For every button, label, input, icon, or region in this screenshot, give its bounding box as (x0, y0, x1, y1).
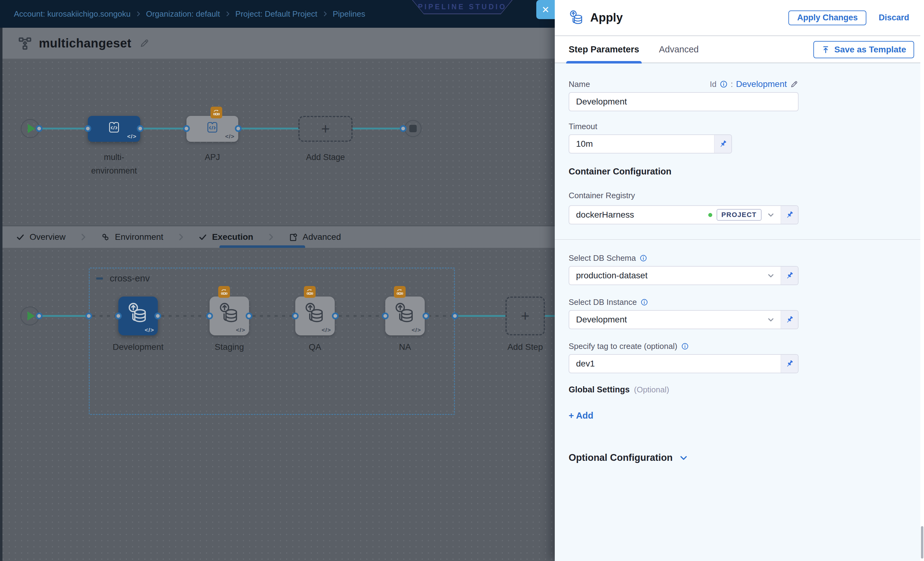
step-node-staging[interactable]: </> (210, 297, 249, 335)
breadcrumb-organization[interactable]: Organization: default (146, 9, 220, 19)
name-label: Name (568, 80, 590, 89)
step-node-na[interactable]: </> (385, 297, 425, 335)
breadcrumb-project[interactable]: Project: Default Project (236, 9, 318, 19)
edge (238, 128, 300, 129)
edge (352, 128, 405, 129)
runtime-pin-icon[interactable] (781, 267, 798, 285)
chevron-down-icon[interactable] (766, 315, 775, 324)
stage-node-multi-environment[interactable]: </> (88, 116, 140, 142)
plus-icon: + (321, 122, 330, 136)
edge-port (206, 312, 213, 320)
code-glyph: </> (145, 327, 154, 333)
add-stage-button[interactable]: + (298, 116, 352, 142)
step-node-development[interactable]: </> (118, 297, 158, 335)
execution-canvas[interactable]: cross-env </> (0, 248, 555, 561)
save-as-template-button[interactable]: Save as Template (813, 41, 914, 58)
tab-advanced[interactable]: Advanced (288, 232, 341, 242)
tab-advanced[interactable]: Advanced (659, 36, 699, 63)
edge-port (423, 312, 429, 320)
stop-icon (409, 125, 417, 132)
timeout-label: Timeout (568, 122, 924, 131)
edge-port (36, 125, 42, 132)
apply-db-icon (295, 297, 335, 330)
edge (40, 128, 89, 129)
breadcrumb-account[interactable]: Account: kurosakiichigo.songoku (14, 9, 130, 19)
edge (40, 315, 89, 317)
tab-step-parameters[interactable]: Step Parameters (568, 36, 639, 63)
close-drawer-button[interactable]: ✕ (536, 0, 555, 19)
chevron-down-icon[interactable] (766, 271, 775, 280)
id-value-link[interactable]: Development (736, 79, 787, 89)
info-icon[interactable] (681, 342, 689, 350)
info-icon[interactable] (639, 254, 647, 262)
edit-pipeline-name-icon[interactable] (139, 38, 150, 48)
edge-dotted (161, 315, 210, 317)
step-node-qa[interactable]: </> (295, 297, 335, 335)
runtime-pin-icon[interactable] (714, 135, 731, 153)
edge-port (115, 312, 122, 320)
tab-overview[interactable]: Overview (16, 232, 66, 242)
edge-dotted (339, 315, 385, 317)
timeout-input[interactable]: 10m (568, 134, 732, 153)
chevron-right-icon (135, 10, 142, 17)
runtime-pin-icon[interactable] (781, 311, 798, 328)
pipeline-studio-screen: Account: kurosakiichigo.songoku Organiza… (0, 0, 924, 561)
tag-label: Specify tag to create (optional) (568, 342, 677, 351)
chevron-right-icon (266, 232, 276, 242)
container-registry-select[interactable]: dockerHarness PROJECT (568, 205, 798, 224)
name-input[interactable]: Development (568, 92, 798, 111)
pipeline-title: multichangeset (39, 36, 131, 50)
info-icon[interactable] (720, 80, 728, 88)
code-glyph: </> (236, 327, 245, 333)
stage-node-apj[interactable]: </> (186, 116, 238, 142)
chevron-down-icon (678, 453, 689, 463)
apply-db-icon (385, 297, 425, 330)
add-step-button[interactable]: + (506, 297, 545, 335)
left-nav-edge (0, 28, 3, 561)
breadcrumb-pipelines[interactable]: Pipelines (333, 9, 366, 19)
stage-label: APJ (186, 150, 238, 164)
edit-id-icon[interactable] (790, 80, 798, 88)
edge-port (246, 312, 252, 320)
connector-status-dot (708, 213, 712, 217)
db-instance-select[interactable]: Development (568, 310, 798, 329)
pipeline-studio-badge: PIPELINE STUDIO (412, 0, 513, 14)
edge (140, 128, 188, 129)
drawer-tabs: Step Parameters Advanced Save as Templat… (555, 36, 924, 63)
db-schema-select[interactable]: production-dataset (568, 266, 798, 285)
tag-input[interactable]: dev1 (568, 354, 798, 373)
optional-hint: (Optional) (634, 385, 669, 394)
drawer-header: Apply Apply Changes Discard (555, 0, 924, 36)
apply-changes-button[interactable]: Apply Changes (788, 10, 866, 25)
breadcrumb: Account: kurosakiichigo.songoku Organiza… (14, 0, 365, 28)
collapse-group-icon[interactable] (96, 278, 103, 280)
add-global-setting-link[interactable]: + Add (568, 411, 924, 421)
plus-icon: + (521, 309, 530, 323)
code-glyph: </> (127, 133, 136, 140)
stage-label: multi- environment (85, 150, 143, 177)
id-separator: : (731, 80, 733, 89)
discard-button[interactable]: Discard (879, 13, 909, 22)
info-icon[interactable] (640, 298, 648, 306)
drawer-scrollbar[interactable] (920, 0, 924, 561)
optional-configuration-toggle[interactable]: Optional Configuration (568, 452, 924, 463)
stage-canvas[interactable]: </> </> + multi- environment APJ Add Sta… (0, 59, 555, 226)
chevron-down-icon[interactable] (766, 210, 775, 219)
pipeline-end-node (404, 120, 422, 137)
check-icon (16, 233, 25, 242)
top-navigation-bar: Account: kurosakiichigo.songoku Organiza… (0, 0, 555, 28)
step-config-drawer: ✕ Apply Apply Changes Discard Step Param… (555, 0, 924, 561)
studio-canvas-area: Account: kurosakiichigo.songoku Organiza… (0, 0, 555, 561)
tab-environment[interactable]: Environment (101, 232, 164, 242)
scrollbar-thumb[interactable] (921, 526, 923, 558)
runtime-pin-icon[interactable] (781, 355, 798, 373)
edge-port (400, 125, 406, 132)
edge-port (292, 312, 298, 320)
environment-hexagons-icon (101, 232, 110, 242)
edge-dotted (428, 315, 455, 317)
tab-execution[interactable]: Execution (198, 232, 254, 242)
runtime-pin-icon[interactable] (781, 206, 798, 224)
code-glyph: </> (412, 327, 421, 333)
edge-port (154, 312, 161, 320)
clipboard-gear-icon (288, 232, 298, 242)
